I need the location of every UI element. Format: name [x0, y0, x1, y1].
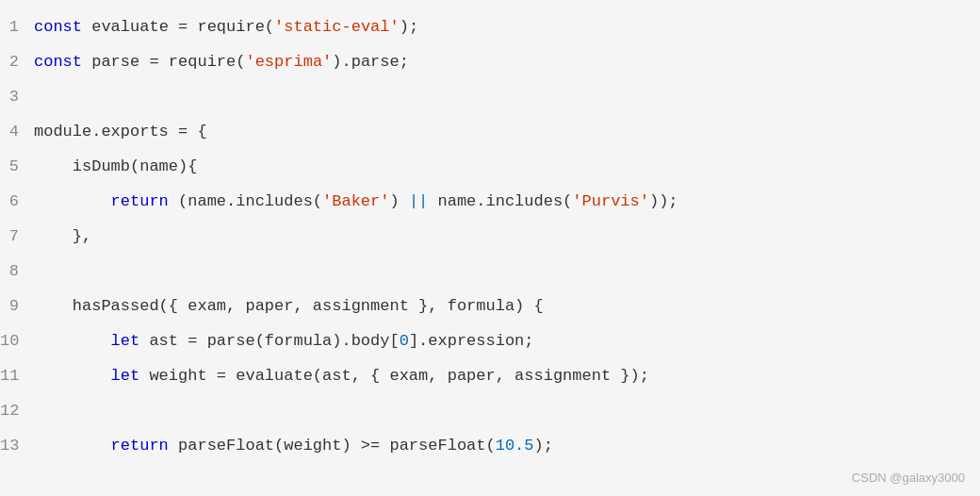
line-number: 11 [0, 358, 34, 393]
line-content: const evaluate = require('static-eval'); [34, 9, 980, 44]
code-line: 3 [0, 79, 980, 114]
line-content: isDumb(name){ [34, 149, 980, 184]
line-number: 7 [0, 219, 34, 254]
code-token: ) [389, 192, 408, 210]
code-token: assignment [313, 297, 409, 315]
code-token: return [34, 437, 178, 455]
code-token: module.exports = { [34, 123, 207, 141]
code-token: parse = [91, 53, 169, 71]
code-container: 1const evaluate = require('static-eval')… [0, 0, 980, 496]
code-line: 7 }, [0, 219, 980, 254]
code-line: 8 [0, 254, 980, 289]
code-token: 'static-eval' [274, 18, 400, 36]
code-token: require( [197, 18, 274, 36]
code-line: 12 [0, 393, 980, 428]
line-content: }, [34, 219, 980, 254]
code-token: 'esprima' [245, 53, 332, 71]
code-token: name.includes( [428, 192, 572, 210]
code-token: evaluate = [91, 18, 197, 36]
watermark: CSDN @galaxy3000 [852, 471, 965, 485]
code-token: weight = evaluate(ast, { exam, paper, as… [149, 367, 649, 385]
code-token: 'Purvis' [572, 192, 649, 210]
line-number: 1 [0, 9, 34, 44]
line-number: 8 [0, 254, 34, 289]
code-line: 9 hasPassed({ exam, paper, assignment },… [0, 289, 980, 323]
code-token: isDumb(name){ [34, 157, 197, 175]
line-number: 4 [0, 114, 34, 149]
code-token: require( [169, 53, 246, 71]
code-line: 6 return (name.includes('Baker') || name… [0, 184, 980, 219]
line-number: 5 [0, 149, 34, 184]
code-line: 5 isDumb(name){ [0, 149, 980, 184]
code-line: 11 let weight = evaluate(ast, { exam, pa… [0, 358, 980, 393]
code-token: ); [400, 18, 418, 36]
line-number: 10 [0, 323, 34, 358]
code-token: || [409, 192, 428, 210]
code-line: 2const parse = require('esprima').parse; [0, 44, 980, 79]
line-number: 12 [0, 393, 34, 428]
code-token: const [34, 18, 91, 36]
code-line: 4module.exports = { [0, 114, 980, 149]
line-number: 9 [0, 289, 34, 323]
code-line: 10 let ast = parse(formula).body[0].expr… [0, 323, 980, 358]
code-token: )); [649, 192, 678, 210]
code-token: let [34, 367, 149, 385]
code-token: ast = parse(formula).body[ [149, 332, 399, 350]
line-number: 13 [0, 428, 34, 463]
code-token: const [34, 53, 91, 71]
line-content: return (name.includes('Baker') || name.i… [34, 184, 980, 219]
line-number: 3 [0, 79, 34, 114]
line-content: const parse = require('esprima').parse; [34, 44, 980, 79]
code-token: ); [534, 437, 553, 455]
code-token: ).parse; [332, 53, 409, 71]
code-token: ].expression; [409, 332, 534, 350]
code-line: 1const evaluate = require('static-eval')… [0, 9, 980, 44]
code-token: 10.5 [496, 437, 534, 455]
line-content: let ast = parse(formula).body[0].express… [34, 323, 980, 358]
line-number: 6 [0, 184, 34, 219]
code-token: }, [34, 227, 91, 245]
line-number: 2 [0, 44, 34, 79]
code-token: (name.includes( [178, 192, 322, 210]
line-content: module.exports = { [34, 114, 980, 149]
code-token: }, formula) { [409, 297, 544, 315]
code-token: 0 [400, 332, 409, 350]
code-token: parseFloat(weight) >= parseFloat( [178, 437, 496, 455]
line-content: let weight = evaluate(ast, { exam, paper… [34, 358, 980, 393]
code-token: hasPassed({ exam, paper, [34, 297, 313, 315]
code-token: 'Baker' [322, 192, 389, 210]
line-content: hasPassed({ exam, paper, assignment }, f… [34, 289, 980, 323]
code-block: 1const evaluate = require('static-eval')… [0, 0, 980, 472]
line-content: return parseFloat(weight) >= parseFloat(… [34, 428, 980, 463]
code-token: let [34, 332, 149, 350]
code-token: return [34, 192, 178, 210]
code-line: 13 return parseFloat(weight) >= parseFlo… [0, 428, 980, 463]
